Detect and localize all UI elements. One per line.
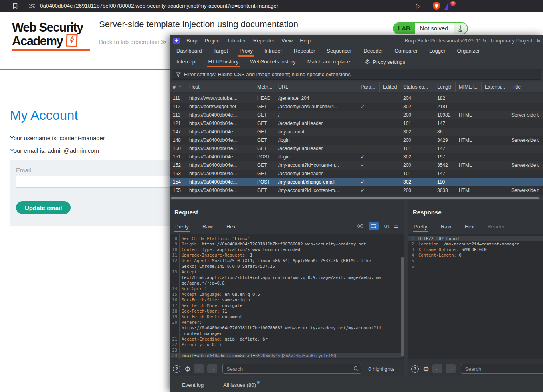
menu-intruder[interactable]: Intruder	[224, 35, 250, 46]
brave-shield-icon[interactable]	[432, 2, 441, 10]
next-match-button[interactable]: →	[207, 364, 217, 373]
table-row[interactable]: 113https://0a0400db04e...GET/20010982HTM…	[170, 111, 543, 119]
share-icon[interactable]: ▷	[416, 2, 421, 10]
column-header-edited[interactable]: Edited	[380, 82, 400, 92]
line-content: ge/apng,*/*;q=0.8	[179, 280, 224, 286]
menu-project[interactable]: Project	[201, 35, 224, 46]
column-header-method[interactable]: Meth...	[254, 82, 275, 92]
main-tab-proxy[interactable]: Proxy	[238, 46, 254, 57]
table-row[interactable]: 153https://0a0400db04e...GET/academyLabH…	[170, 170, 543, 178]
main-tab-organizer[interactable]: Organizer	[456, 46, 481, 57]
main-tab-target[interactable]: Target	[212, 46, 229, 57]
address-bar[interactable]: 0a0400db04e72691811b7bef00780082.web-sec…	[40, 0, 278, 12]
menu-icon[interactable]: ≡	[394, 222, 399, 230]
line-number: 18	[170, 308, 179, 314]
main-tab-sequencer[interactable]: Sequencer	[325, 46, 353, 57]
prev-match-button[interactable]: ←	[194, 364, 204, 373]
menu-view[interactable]: View	[278, 35, 296, 46]
back-to-lab-link[interactable]: Back to lab description ≫	[99, 38, 167, 46]
table-row[interactable]: 112https://portswigger.netGET/academy/la…	[170, 103, 543, 111]
cell-host: https://0a0400db04e...	[186, 128, 254, 136]
table-hscrollbar[interactable]	[170, 197, 543, 200]
cell-length: 110	[434, 178, 456, 186]
table-row[interactable]: 152https://0a0400db04e...GET/my-account?…	[170, 161, 543, 170]
sub-tab-http-history[interactable]: HTTP history	[207, 57, 240, 67]
event-log-tab[interactable]: Event log	[182, 382, 204, 388]
request-tab-hex[interactable]: Hex	[226, 222, 236, 232]
table-row[interactable]: 147https://0a0400db04e...GET/my-account3…	[170, 128, 543, 136]
sub-tab-intercept[interactable]: Intercept	[175, 57, 198, 67]
response-tab-hex[interactable]: Hex	[464, 222, 475, 232]
sub-tab-websockets-history[interactable]: WebSockets history	[249, 57, 297, 67]
column-header-url[interactable]: URL	[275, 82, 357, 92]
request-search-input[interactable]	[222, 364, 361, 374]
sub-tab-match-and-replace[interactable]: Match and replace	[306, 57, 351, 67]
gear-icon[interactable]: ⚙	[184, 365, 191, 373]
table-hscrollbar-thumb[interactable]	[171, 197, 539, 199]
menu-repeater[interactable]: Repeater	[250, 35, 278, 46]
prev-match-button[interactable]: ←	[432, 364, 442, 373]
line-number: 19	[170, 314, 179, 319]
request-vscrollbar-thumb[interactable]	[401, 257, 404, 357]
request-search-bar: ? ⚙ ← → 0 highlights	[170, 362, 404, 376]
response-tab-raw[interactable]: Raw	[440, 222, 452, 232]
menu-burp[interactable]: Burp	[183, 35, 201, 46]
next-match-button[interactable]: →	[446, 364, 456, 373]
site-settings-icon[interactable]	[29, 3, 35, 9]
all-issues-tab[interactable]: All issues (80)	[223, 382, 256, 388]
request-tab-pretty[interactable]: Pretty	[174, 222, 190, 232]
burp-menubar: BurpProjectIntruderRepeaterViewHelp Burp…	[170, 35, 543, 46]
cell-url: /login	[275, 136, 357, 145]
response-tabs: PrettyRawHexRender	[413, 222, 505, 232]
table-row[interactable]: 150https://0a0400db04e...GET/academyLabH…	[170, 145, 543, 153]
proxy-settings-button[interactable]: ⚙ Proxy settings	[365, 57, 405, 67]
filter-settings-bar[interactable]: Filter settings: Hiding CSS and image co…	[172, 69, 541, 80]
column-header-host[interactable]: Host	[186, 82, 254, 92]
main-tab-comparer[interactable]: Comparer	[393, 46, 419, 57]
bookmark-icon[interactable]	[12, 3, 18, 9]
help-icon[interactable]: ?	[173, 365, 180, 373]
word-wrap-icon[interactable]	[369, 222, 379, 230]
hide-nonprintable-icon[interactable]	[357, 223, 364, 229]
update-email-button[interactable]: Update email	[16, 201, 71, 214]
table-row[interactable]: 151https://0a0400db04e...POST/login✓3021…	[170, 153, 543, 161]
cell-status: 302	[400, 103, 434, 111]
request-vscrollbar[interactable]	[401, 234, 404, 359]
table-row[interactable]: 121https://0a0400db04e...GET/academyLabH…	[170, 119, 543, 128]
column-header-title[interactable]: Title	[508, 82, 543, 92]
cell-num: 151	[170, 153, 186, 161]
editor-line: 14Sec-Gpc: 1	[170, 286, 404, 291]
main-tab-dashboard[interactable]: Dashboard	[175, 46, 203, 57]
table-row[interactable]: 148https://0a0400db04e...GET/login200342…	[170, 136, 543, 145]
main-tab-decoder[interactable]: Decoder	[362, 46, 384, 57]
column-header-ext[interactable]: Extensi...	[482, 82, 508, 92]
newline-icon[interactable]: \n	[383, 223, 389, 229]
main-tab-repeater[interactable]: Repeater	[293, 46, 316, 57]
request-tab-raw[interactable]: Raw	[202, 222, 214, 232]
wsa-logo[interactable]: Web Security Academy	[12, 21, 90, 51]
cell-mime	[456, 94, 482, 103]
menu-help[interactable]: Help	[296, 35, 314, 46]
response-tab-render[interactable]: Render	[487, 222, 505, 232]
cell-edited	[380, 94, 400, 103]
cell-status: 200	[400, 111, 434, 119]
column-header-length[interactable]: Length	[434, 82, 456, 92]
gutter-line	[179, 234, 180, 359]
response-editor[interactable]: 1HTTP/2 302 Found2Location: /my-account?…	[408, 234, 543, 359]
table-row[interactable]: 111https://www.youtube....HEAD/generate_…	[170, 94, 543, 103]
editor-line: 18Sec-Fetch-User: ?1	[170, 308, 404, 314]
table-row[interactable]: 155https://0a0400db04e...GET/my-account?…	[170, 186, 543, 195]
response-search-input[interactable]	[461, 364, 543, 374]
column-header-mime[interactable]: MIME t...	[456, 82, 482, 92]
help-icon[interactable]: ?	[411, 365, 419, 373]
main-tab-intruder[interactable]: Intruder	[263, 46, 283, 57]
column-header-status[interactable]: Status co...	[400, 82, 434, 92]
cell-num: 150	[170, 145, 186, 153]
column-header-num[interactable]: #^	[170, 82, 186, 92]
gear-icon[interactable]: ⚙	[423, 365, 429, 373]
main-tab-logger[interactable]: Logger	[428, 46, 446, 57]
response-tab-pretty[interactable]: Pretty	[413, 222, 428, 232]
table-row[interactable]: 154https://0a0400db04e...POST/my-account…	[170, 178, 543, 186]
request-editor[interactable]: 8Sec-Ch-Ua-Platform: "Linux"9Origin: htt…	[170, 234, 404, 359]
column-header-params[interactable]: Para...	[357, 82, 380, 92]
